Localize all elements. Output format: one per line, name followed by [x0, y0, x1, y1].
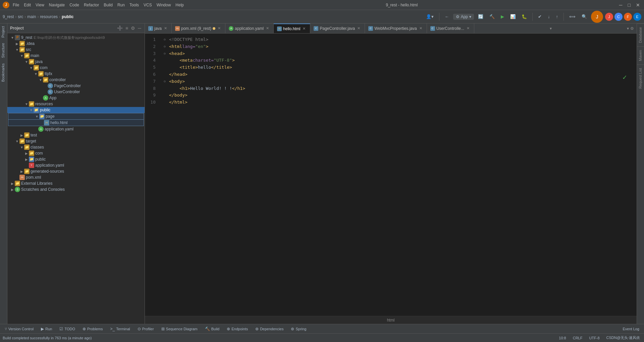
- menu-help[interactable]: Help: [173, 2, 186, 8]
- tabs-overflow[interactable]: ▾: [547, 26, 554, 31]
- menu-run[interactable]: Run: [115, 2, 127, 8]
- browser-icon-edge[interactable]: E: [633, 13, 641, 21]
- build-tab[interactable]: 🔨 Build: [202, 324, 223, 334]
- profile-button[interactable]: 👤▾: [424, 13, 436, 20]
- update-button[interactable]: ↓: [546, 13, 552, 20]
- menu-tools[interactable]: Tools: [127, 2, 141, 8]
- endpoints-tab[interactable]: ⊕ Endpoints: [223, 324, 251, 334]
- search-button[interactable]: 🔍: [580, 13, 589, 20]
- project-add-icon[interactable]: ➕: [116, 25, 123, 32]
- project-side-tab[interactable]: Project: [0, 23, 7, 40]
- coverage-button[interactable]: 📊: [508, 13, 518, 20]
- menu-view[interactable]: View: [34, 2, 46, 8]
- code-editor-content[interactable]: ⊖ <!DOCTYPE html> ⊖ <html lang="en"> ⊖ <…: [158, 34, 637, 316]
- version-control-tab[interactable]: ⑂ Version Control: [1, 324, 37, 334]
- tree-item-generated[interactable]: ▶ 📁 generated-sources: [7, 168, 145, 174]
- line-ending[interactable]: CRLF: [572, 336, 584, 340]
- tree-item-pom[interactable]: m pom.xml: [7, 174, 145, 180]
- breadcrumb-9rest[interactable]: 9_rest: [3, 14, 14, 19]
- terminal-tab[interactable]: >_ Terminal: [107, 324, 133, 334]
- tab-hello-close[interactable]: ✕: [302, 26, 307, 31]
- tree-item-java[interactable]: ▼ 📁 java: [7, 59, 145, 65]
- menu-build[interactable]: Build: [102, 2, 115, 8]
- tab-java[interactable]: j java ✕: [145, 23, 172, 34]
- debug-button[interactable]: 🐛: [520, 13, 529, 20]
- menu-refactor[interactable]: Refactor: [82, 2, 101, 8]
- menu-navigate[interactable]: Navigate: [47, 2, 67, 8]
- spring-tab[interactable]: ⊛ Spring: [287, 324, 310, 334]
- breadcrumb-src[interactable]: src: [18, 14, 23, 19]
- tree-item-usercontroller[interactable]: C UserController: [7, 89, 145, 95]
- maven-tab[interactable]: Maven: [637, 46, 644, 64]
- encoding[interactable]: UTF-8: [588, 336, 601, 340]
- bookmarks-side-tab[interactable]: Bookmarks: [0, 61, 7, 84]
- tab-usercontroller-close[interactable]: ✕: [466, 26, 471, 31]
- tab-yaml[interactable]: A application.yaml ✕: [225, 23, 274, 34]
- dependencies-tab[interactable]: ⊛ Dependencies: [252, 324, 287, 334]
- tree-item-public2[interactable]: ▶ 📁 public: [7, 156, 145, 162]
- browser-icon-firefox[interactable]: F: [624, 13, 632, 21]
- tree-item-idea[interactable]: ▶ 📁 .idea: [7, 41, 145, 47]
- breadcrumb-main[interactable]: main: [27, 14, 36, 19]
- tab-dropdown-icon[interactable]: ▾: [627, 26, 629, 31]
- tree-item-app-yaml2[interactable]: Y application.yaml: [7, 162, 145, 168]
- tree-item-com[interactable]: ▼ 📁 com: [7, 65, 145, 71]
- tree-item-src[interactable]: ▼ 📁 src: [7, 47, 145, 53]
- fold-icon-7[interactable]: ⊖: [164, 79, 169, 84]
- tree-item-main[interactable]: ▼ 📁 main: [7, 53, 145, 59]
- fold-icon-3[interactable]: ⊖: [164, 51, 169, 56]
- profiler-tab[interactable]: ⊙ Profiler: [134, 324, 157, 334]
- request-list-tab[interactable]: Request List: [637, 64, 644, 92]
- breadcrumb-resources[interactable]: resources: [40, 14, 58, 19]
- close-button[interactable]: ✕: [635, 2, 641, 8]
- project-settings-icon[interactable]: ⚙: [130, 25, 136, 32]
- browser-icon-1[interactable]: J: [605, 13, 613, 21]
- sequence-tab[interactable]: ⊞ Sequence Diagram: [158, 324, 201, 334]
- menu-window[interactable]: Window: [155, 2, 173, 8]
- tree-item-application-yaml[interactable]: A application.yaml: [7, 126, 145, 132]
- tab-webmvc-close[interactable]: ✕: [418, 26, 423, 31]
- problems-tab[interactable]: ⊕ Problems: [79, 324, 106, 334]
- tree-item-extlibs[interactable]: ▶ 📁 External Libraries: [7, 180, 145, 186]
- menu-edit[interactable]: Edit: [22, 2, 33, 8]
- tab-yaml-close[interactable]: ✕: [265, 26, 270, 31]
- tab-pom-close[interactable]: ✕: [217, 26, 222, 31]
- tab-pom[interactable]: m pom.xml (9_rest) ✕: [172, 23, 225, 34]
- tab-pagecontroller-close[interactable]: ✕: [356, 26, 361, 31]
- breadcrumb-public[interactable]: public: [62, 14, 73, 19]
- tab-hello-html[interactable]: H hello.html ✕: [274, 23, 310, 34]
- run-button[interactable]: ▶: [499, 13, 506, 20]
- run-tab[interactable]: ▶ Run: [38, 324, 55, 334]
- reload-button[interactable]: 🔄: [476, 13, 485, 20]
- tree-item-classes[interactable]: ▼ 📁 classes: [7, 144, 145, 150]
- menu-vcs[interactable]: VCS: [142, 2, 154, 8]
- tree-item-hello-html[interactable]: H hello.html: [8, 120, 144, 126]
- locale-info[interactable]: CSDN@无头·速风依: [605, 335, 641, 340]
- tree-item-controller[interactable]: ▼ 📁 controller: [7, 77, 145, 83]
- tree-item-scratches[interactable]: ▶ S Scratches and Consoles: [7, 186, 145, 192]
- tree-item-app[interactable]: A App: [7, 95, 145, 101]
- fold-icon-1[interactable]: ⊖: [164, 37, 169, 42]
- tree-item-public[interactable]: ▼ 📁 public: [7, 107, 145, 113]
- translate-button[interactable]: ⟺: [567, 13, 578, 20]
- project-expand-icon[interactable]: ≡: [125, 25, 129, 32]
- event-log-tab[interactable]: Event Log: [619, 324, 643, 334]
- back-button[interactable]: ←: [443, 13, 451, 20]
- tree-item-page[interactable]: ▼ 📁 page: [8, 113, 144, 120]
- menu-code[interactable]: Code: [67, 2, 81, 8]
- cursor-position[interactable]: 10:8: [557, 336, 567, 340]
- tree-item-pagecontroller[interactable]: C PageController: [7, 83, 145, 89]
- tree-item-resources[interactable]: ▼ 📁 resources: [7, 101, 145, 107]
- tree-item-9rest[interactable]: ▼ P 9_rest E:\hsp培训\分布式微服务\springboot\cs…: [7, 35, 145, 41]
- build-button[interactable]: 🔨: [487, 13, 497, 20]
- tab-webmvc[interactable]: C WebMvcProperties.java ✕: [365, 23, 427, 34]
- fold-icon-2[interactable]: ⊖: [164, 44, 169, 49]
- tab-java-close[interactable]: ✕: [163, 26, 168, 31]
- tree-item-target[interactable]: ▼ 📁 target: [7, 138, 145, 144]
- push-button[interactable]: ↑: [554, 13, 560, 20]
- project-minimize-icon[interactable]: ─: [137, 25, 142, 32]
- tab-usercontroller[interactable]: C UserControlle... ✕: [427, 23, 474, 34]
- todo-tab[interactable]: ☑ TODO: [56, 324, 78, 334]
- tree-item-ttpfx[interactable]: ▼ 📁 ttpfx: [7, 71, 145, 77]
- avatar[interactable]: J: [591, 11, 603, 23]
